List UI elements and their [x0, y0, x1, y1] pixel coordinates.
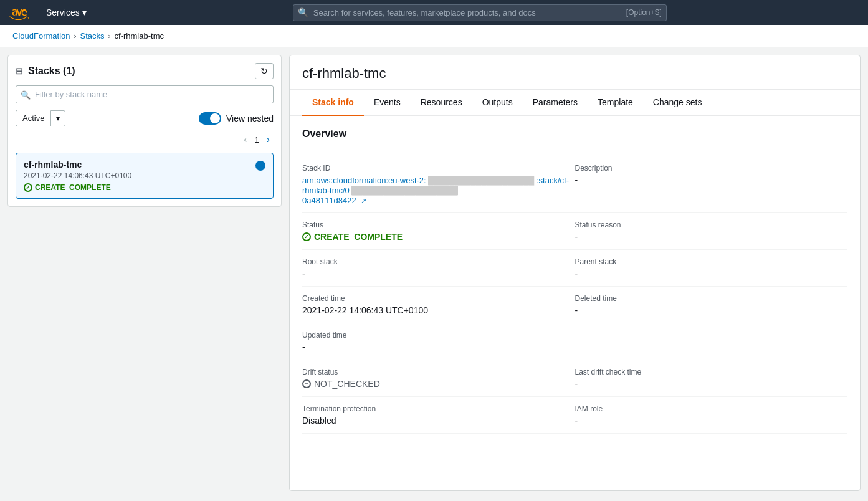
status-label: Status [302, 221, 575, 229]
status-reason-cell: Status reason - [575, 213, 848, 250]
main-wrapper: CloudFormation › Stacks › cf-rhmlab-tmc … [0, 25, 868, 499]
empty-cell-1 [575, 323, 848, 360]
stacks-count: (1) [63, 65, 75, 76]
termination-protection-value: Disabled [302, 416, 575, 426]
iam-role-label: IAM role [575, 404, 848, 413]
view-nested-wrap: View nested [199, 112, 274, 125]
breadcrumb-cloudformation[interactable]: CloudFormation [12, 31, 70, 41]
global-search: 🔍 [Option+S] [293, 4, 667, 21]
collapse-icon[interactable]: ⊟ [16, 66, 23, 76]
tab-events[interactable]: Events [364, 90, 411, 116]
deleted-time-value: - [575, 305, 848, 315]
drift-status-cell: Drift status NOT_CHECKED [302, 360, 575, 397]
panel-header: ⊟ Stacks (1) ↻ [16, 63, 274, 79]
parent-stack-value: - [575, 269, 848, 279]
content-area: ⊟ Stacks (1) ↻ 🔍 Active ▾ [0, 47, 868, 499]
status-cell: Status CREATE_COMPLETE [302, 213, 575, 250]
last-drift-check-value: - [575, 379, 848, 389]
stack-id-link[interactable]: arn:aws:cloudformation:eu-west-2: ██████… [302, 176, 569, 195]
description-value: - [575, 175, 848, 185]
status-text: CREATE_COMPLETE [314, 232, 403, 242]
filter-controls: Active ▾ View nested [16, 110, 274, 126]
filter-input-wrap: 🔍 [16, 85, 274, 103]
updated-time-cell: Updated time - [302, 323, 575, 360]
drift-not-checked-icon [302, 379, 311, 388]
root-stack-value: - [302, 269, 575, 279]
services-button[interactable]: Services ▾ [41, 5, 92, 20]
parent-stack-cell: Parent stack - [575, 250, 848, 287]
tab-change-sets[interactable]: Change sets [643, 90, 712, 116]
next-page-button[interactable]: › [263, 133, 274, 146]
stack-item-time: 2021-02-22 14:06:43 UTC+0100 [24, 171, 255, 180]
status-reason-value: - [575, 232, 848, 242]
stack-item-name: cf-rhmlab-tmc [24, 160, 255, 169]
overview-title: Overview [302, 128, 847, 146]
tab-template[interactable]: Template [588, 90, 643, 116]
stack-item-status: CREATE_COMPLETE [24, 183, 255, 192]
drift-status-label: Drift status [302, 368, 575, 376]
parent-stack-label: Parent stack [575, 257, 848, 266]
tab-parameters[interactable]: Parameters [523, 90, 588, 116]
status-value: CREATE_COMPLETE [302, 232, 575, 242]
filter-input[interactable] [16, 85, 274, 103]
created-time-value: 2021-02-22 14:06:43 UTC+0100 [302, 305, 575, 315]
iam-role-cell: IAM role - [575, 397, 848, 434]
services-label: Services [46, 7, 80, 17]
updated-time-value: - [302, 342, 575, 352]
status-green-icon [302, 232, 311, 241]
description-label: Description [575, 164, 848, 173]
deleted-time-label: Deleted time [575, 294, 848, 303]
aws-logo [7, 5, 31, 20]
prev-page-button[interactable]: ‹ [240, 133, 250, 146]
search-input[interactable] [293, 4, 667, 21]
status-complete-icon [24, 183, 32, 192]
filter-search-icon: 🔍 [21, 90, 31, 99]
iam-role-value: - [575, 416, 848, 426]
stack-id-short[interactable]: 0a48111d8422 ↗ [302, 196, 366, 205]
drift-status-value: NOT_CHECKED [302, 379, 575, 389]
left-panel: ⊟ Stacks (1) ↻ 🔍 Active ▾ [7, 55, 282, 207]
created-time-cell: Created time 2021-02-22 14:06:43 UTC+010… [302, 287, 575, 323]
root-stack-cell: Root stack - [302, 250, 575, 287]
right-panel: cf-rhmlab-tmc Stack info Events Resource… [289, 55, 861, 491]
last-drift-check-cell: Last drift check time - [575, 360, 848, 397]
stack-item-info: cf-rhmlab-tmc 2021-02-22 14:06:43 UTC+01… [24, 160, 255, 192]
view-nested-toggle[interactable] [199, 112, 221, 125]
stack-selected-indicator [255, 161, 265, 171]
top-navigation: Services ▾ 🔍 [Option+S] [0, 0, 868, 25]
description-cell: Description - [575, 156, 848, 213]
breadcrumb: CloudFormation › Stacks › cf-rhmlab-tmc [0, 25, 868, 47]
stack-id-value: arn:aws:cloudformation:eu-west-2: ██████… [302, 175, 575, 205]
overview-section: Overview Stack ID arn:aws:cloudformation… [290, 116, 860, 446]
panel-title: ⊟ Stacks (1) [16, 65, 75, 77]
drift-status-text: NOT_CHECKED [314, 379, 380, 389]
tab-outputs[interactable]: Outputs [472, 90, 523, 116]
view-nested-label: View nested [226, 113, 274, 123]
created-time-label: Created time [302, 294, 575, 303]
stack-status-text: CREATE_COMPLETE [35, 183, 111, 192]
stack-list-item[interactable]: cf-rhmlab-tmc 2021-02-22 14:06:43 UTC+01… [16, 153, 274, 199]
breadcrumb-current: cf-rhmlab-tmc [115, 31, 164, 41]
stack-id-cell: Stack ID arn:aws:cloudformation:eu-west-… [302, 156, 575, 213]
services-chevron-icon: ▾ [82, 7, 87, 17]
page-number: 1 [254, 135, 259, 145]
tab-stack-info[interactable]: Stack info [302, 90, 364, 116]
refresh-button[interactable]: ↻ [255, 63, 274, 79]
updated-time-label: Updated time [302, 331, 575, 340]
stacks-label: Stacks [28, 65, 60, 76]
pagination: ‹ 1 › [16, 133, 274, 146]
search-icon: 🔍 [298, 7, 308, 17]
stack-title: cf-rhmlab-tmc [290, 55, 860, 90]
last-drift-check-label: Last drift check time [575, 368, 848, 376]
termination-protection-cell: Termination protection Disabled [302, 397, 575, 434]
panel-title-text: Stacks (1) [28, 65, 75, 77]
info-grid: Stack ID arn:aws:cloudformation:eu-west-… [302, 156, 847, 434]
active-caret-button[interactable]: ▾ [50, 110, 65, 126]
breadcrumb-stacks[interactable]: Stacks [80, 31, 105, 41]
root-stack-label: Root stack [302, 257, 575, 266]
breadcrumb-sep-2: › [108, 32, 111, 41]
tab-resources[interactable]: Resources [411, 90, 472, 116]
breadcrumb-sep-1: › [74, 32, 77, 41]
active-dropdown: Active ▾ [16, 110, 65, 126]
active-button[interactable]: Active [16, 110, 50, 126]
